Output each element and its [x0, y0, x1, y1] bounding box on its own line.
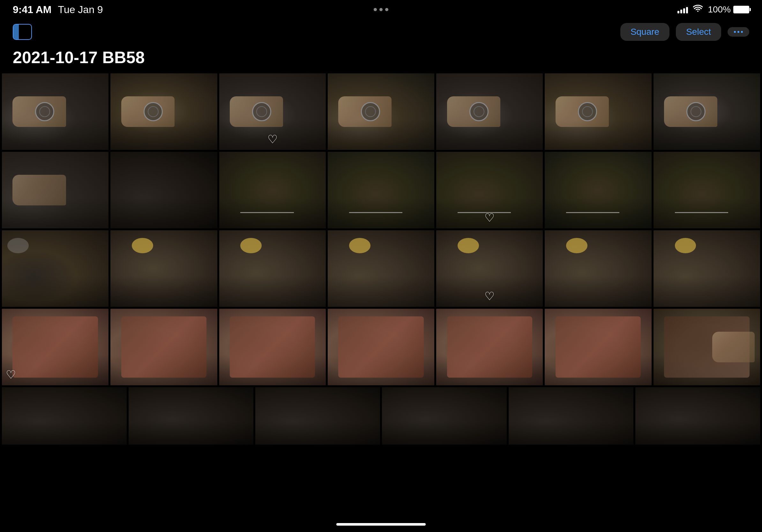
photo-cell-r5c1[interactable]: [2, 387, 127, 445]
photo-cell-r3c3[interactable]: [219, 230, 326, 307]
dot3: [385, 8, 388, 11]
photo-cell-r3c2[interactable]: [111, 230, 217, 307]
photo-thumb-r5c3: [255, 387, 380, 445]
signal-bar-3: [683, 8, 685, 13]
photo-thumb-r4c6: [545, 309, 651, 385]
photo-grid: ♡: [0, 73, 762, 445]
album-title: 2021-10-17 BB58: [0, 45, 762, 73]
toolbar: Square Select: [0, 19, 762, 45]
battery-indicator: 100%: [708, 4, 749, 15]
photo-thumb-r3c7: [653, 230, 760, 307]
coin-overlay: [7, 238, 29, 253]
status-time: 9:41 AM: [13, 4, 52, 16]
photo-thumb-r5c1: [2, 387, 127, 445]
photo-cell-r2c6[interactable]: [545, 152, 651, 229]
coin-overlay: [240, 238, 262, 253]
photo-thumb-r1c1: [2, 73, 109, 150]
photo-cell-r5c3[interactable]: [255, 387, 380, 445]
photo-thumb-r2c4: [328, 152, 434, 229]
leather-bg: [230, 316, 315, 378]
photo-cell-r2c4[interactable]: [328, 152, 434, 229]
battery-icon: [733, 6, 749, 13]
photo-cell-r1c2[interactable]: [111, 73, 217, 150]
knife-line: [349, 212, 402, 213]
leather-bg: [338, 316, 423, 378]
toolbar-right-buttons: Square Select: [620, 23, 749, 41]
photo-cell-r1c3[interactable]: ♡: [219, 73, 326, 150]
photo-row-5: [0, 387, 762, 445]
photo-row-1: ♡: [0, 73, 762, 150]
photo-thumb-r3c3: [219, 230, 326, 307]
photo-thumb-r2c3: [219, 152, 326, 229]
photo-cell-r3c6[interactable]: [545, 230, 651, 307]
more-dot-1: [734, 31, 736, 33]
coin-overlay: [458, 238, 479, 253]
sidebar-toggle-right-panel: [19, 25, 31, 39]
photo-cell-r1c7[interactable]: [653, 73, 760, 150]
coin-overlay: [675, 238, 696, 253]
photo-thumb-r5c2: [128, 387, 253, 445]
photo-cell-r2c7[interactable]: [653, 152, 760, 229]
photo-cell-r5c6[interactable]: [635, 387, 760, 445]
photo-thumb-r1c6: [545, 73, 651, 150]
coin-overlay: [349, 238, 370, 253]
watch-overlay: [35, 102, 54, 121]
photo-cell-r3c5[interactable]: ♡: [436, 230, 543, 307]
watch-overlay: [686, 102, 706, 121]
signal-icon: [677, 6, 688, 13]
photo-thumb-r4c4: [328, 309, 434, 385]
photo-thumb-r3c4: [328, 230, 434, 307]
watch-overlay: [144, 102, 163, 121]
photo-cell-r2c1[interactable]: [2, 152, 109, 229]
photo-cell-r4c2[interactable]: [111, 309, 217, 385]
signal-bar-4: [686, 7, 688, 13]
photo-cell-r5c5[interactable]: [509, 387, 634, 445]
photo-cell-r2c3[interactable]: [219, 152, 326, 229]
photo-cell-r1c4[interactable]: [328, 73, 434, 150]
square-button[interactable]: Square: [620, 23, 669, 41]
photo-cell-r5c2[interactable]: [128, 387, 253, 445]
photo-thumb-r4c5: [436, 309, 543, 385]
photo-thumb-r4c3: [219, 309, 326, 385]
photo-cell-r4c6[interactable]: [545, 309, 651, 385]
photo-cell-r2c2[interactable]: [111, 152, 217, 229]
heart-icon-r3c5: ♡: [485, 290, 495, 303]
photo-cell-r3c4[interactable]: [328, 230, 434, 307]
more-options-button[interactable]: [727, 27, 749, 37]
photo-thumb-r2c1: [2, 152, 109, 229]
photo-thumb-r1c4: [328, 73, 434, 150]
knife-line: [675, 212, 728, 213]
photo-cell-r5c4[interactable]: [382, 387, 507, 445]
photo-thumb-r1c5: [436, 73, 543, 150]
photo-cell-r1c6[interactable]: [545, 73, 651, 150]
photo-row-4: ♡: [0, 309, 762, 385]
knife-line: [240, 212, 294, 213]
knife-line: [566, 212, 619, 213]
photo-cell-r4c4[interactable]: [328, 309, 434, 385]
photo-cell-r1c5[interactable]: [436, 73, 543, 150]
photo-cell-r1c1[interactable]: [2, 73, 109, 150]
photo-cell-r3c1[interactable]: [2, 230, 109, 307]
watch-overlay: [578, 102, 597, 121]
signal-bar-1: [677, 11, 679, 13]
photo-thumb-r1c2: [111, 73, 217, 150]
status-date: Tue Jan 9: [58, 4, 103, 16]
signal-bar-2: [680, 10, 682, 13]
photo-cell-r4c7[interactable]: [653, 309, 760, 385]
watch-overlay: [469, 102, 489, 121]
status-bar: 9:41 AM Tue Jan 9 100%: [0, 0, 762, 19]
photo-cell-r4c5[interactable]: [436, 309, 543, 385]
select-button[interactable]: Select: [676, 23, 721, 41]
photo-cell-r2c5[interactable]: ♡: [436, 152, 543, 229]
scroll-indicator[interactable]: [336, 523, 426, 526]
photo-cell-r4c1[interactable]: ♡: [2, 309, 109, 385]
photo-thumb-r5c6: [635, 387, 760, 445]
sidebar-toggle-button[interactable]: [13, 24, 32, 40]
photo-thumb-r2c2: [111, 152, 217, 229]
dot2: [379, 8, 383, 11]
photo-thumb-r1c7: [653, 73, 760, 150]
bottom-bar: [0, 523, 762, 526]
status-right: 100%: [677, 4, 749, 15]
photo-cell-r3c7[interactable]: [653, 230, 760, 307]
photo-cell-r4c3[interactable]: [219, 309, 326, 385]
